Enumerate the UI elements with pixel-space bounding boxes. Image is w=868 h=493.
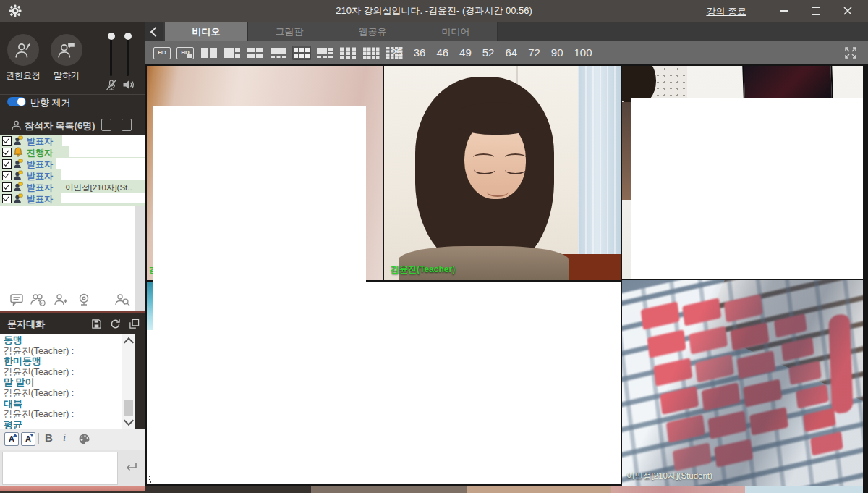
participants-list: 발표자 진행자 발표자 발표자 [0,135,145,206]
lecture-room-window: 210자 강의실입니다. -김윤진- (경과시간 00:56) 강의 종료 권한… [0,0,868,493]
webcam-icon[interactable] [77,292,91,307]
maximize-button[interactable] [801,0,830,22]
bold-button[interactable]: B [45,431,53,444]
person-search-icon[interactable] [114,292,130,307]
presenter-badge-icon [13,182,23,192]
chat-input[interactable] [2,452,118,485]
fullscreen-icon[interactable] [843,46,858,60]
chat-message: 동맹 [4,335,118,346]
tab-webshare[interactable]: 웹공유 [331,22,414,41]
participants-header[interactable]: 참석자 목록(6명) [0,116,145,135]
speak-button[interactable] [51,34,82,66]
chat-sender: 김윤진(Teacher) : [4,388,118,399]
layout-3x3-icon[interactable] [339,46,357,60]
face-detail [474,164,495,174]
redacted-name [62,135,145,146]
font-color-palette-icon[interactable] [78,433,90,445]
hd-quality-button[interactable]: HD [153,47,171,59]
layout-3x2-icon-active[interactable] [292,46,311,60]
video-cell-3[interactable] [622,66,863,279]
face-detail [505,164,526,174]
video-cell-4[interactable] [147,282,621,484]
presenter-badge-icon [13,193,23,203]
hd-sub-quality-button[interactable]: HD [176,47,194,59]
participant-checkbox[interactable] [2,148,12,157]
redacted-name [69,146,145,157]
speaker-volume-slider[interactable] [127,34,129,76]
layout-1plus2-icon[interactable] [223,46,242,60]
folder-icon[interactable] [122,119,132,131]
count-option[interactable]: 25 [391,46,403,59]
font-increase-button[interactable]: A [4,432,19,446]
mic-muted-icon [106,79,116,91]
scroll-down-icon[interactable] [124,416,134,426]
video-cell-student[interactable]: 이민정[210자](Student) [622,280,863,486]
end-lecture-link[interactable]: 강의 종료 [706,5,746,18]
tab-media[interactable]: 미디어 [414,22,498,41]
close-icon [843,7,852,15]
chat-message: 한미동맹 [4,356,118,367]
page-icon[interactable] [101,119,111,131]
redaction-block [631,98,863,279]
participant-checkbox[interactable] [2,136,12,146]
layout-2col-icon[interactable] [200,46,218,60]
participant-checkbox[interactable] [2,182,12,192]
participant-checkbox[interactable] [2,194,12,203]
scroll-up-icon[interactable] [124,337,134,347]
titlebar: 210자 강의실입니다. -김윤진- (경과시간 00:56) 강의 종료 [0,0,868,22]
count-option[interactable]: 64 [505,46,517,59]
chat-message: 평균 [4,420,118,429]
participant-checkbox[interactable] [2,171,12,180]
speaker-volume-knob[interactable] [124,33,132,40]
chat-header-label: 문자대화 [7,318,45,331]
tab-video[interactable]: 비디오 [165,22,248,41]
chat-bubble-icon[interactable] [9,292,24,307]
count-option[interactable]: 72 [528,46,540,59]
layout-2x2-icon[interactable] [246,46,265,60]
group-remove-icon[interactable] [30,292,46,307]
refresh-chat-icon[interactable] [110,319,121,329]
student-shoulder [622,102,631,200]
redaction-block [153,106,366,285]
close-button[interactable] [833,0,862,22]
teacher-hair-fringe [453,102,540,134]
count-option[interactable]: 90 [551,46,563,59]
minimize-button[interactable] [770,0,799,22]
sidebar-divider [0,94,145,95]
chat-message: 대북 [4,399,118,410]
scroll-gutter [135,206,145,311]
italic-button[interactable]: i [63,431,66,444]
person-add-icon[interactable] [54,292,69,307]
redacted-name [61,169,145,180]
chat-format-toolbar: A A B i [0,429,145,450]
video-cell-teacher[interactable]: 김윤진(Teacher) [384,66,621,280]
sidebar: 권한요청 말하기 반향 제거 참석자 목록(6명) [0,22,145,493]
save-chat-icon[interactable] [91,319,102,329]
participants-header-label: 참석자 목록(6명) [25,119,95,132]
font-decrease-button[interactable]: A [21,432,35,446]
chat-sender: 김윤진(Teacher) : [4,367,118,378]
participant-row[interactable]: 발표자 이민정[210자](St.. [0,181,145,193]
request-permission-button[interactable] [7,34,39,66]
count-option[interactable]: 46 [436,46,448,59]
speak-label: 말하기 [51,69,82,82]
layout-4x3-icon[interactable] [362,46,380,60]
mic-volume-knob[interactable] [108,33,115,40]
chat-scrollbar[interactable] [122,334,135,429]
count-option[interactable]: 36 [414,46,426,59]
collapse-sidebar-button[interactable] [145,22,163,41]
layout-1wide-plus3-icon[interactable] [269,46,288,60]
mic-volume-slider[interactable] [110,34,112,76]
face-detail [487,187,508,197]
participant-checkbox[interactable] [2,159,12,169]
send-enter-icon[interactable] [124,463,137,473]
tab-whiteboard[interactable]: 그림판 [248,22,331,41]
layout-1big-plus-grid-icon[interactable] [315,46,334,60]
echo-cancel-toggle[interactable] [7,97,26,106]
count-option[interactable]: 52 [482,46,495,59]
chat-message-list: 동맹 김윤진(Teacher) : 한미동맹 김윤진(Teacher) : 말 … [0,334,135,429]
count-option[interactable]: 100 [574,46,592,59]
scroll-thumb[interactable] [124,400,133,416]
count-option[interactable]: 49 [459,46,472,59]
popout-chat-icon[interactable] [129,319,140,329]
